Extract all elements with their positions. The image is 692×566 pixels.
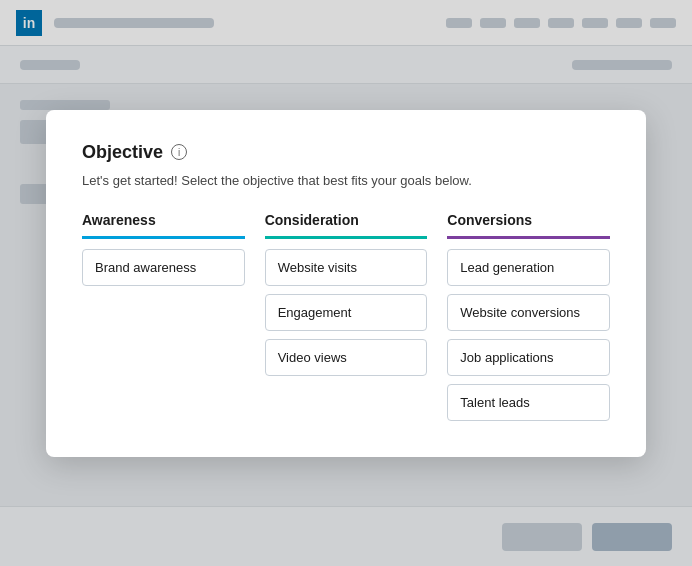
website-visits-button[interactable]: Website visits bbox=[265, 249, 428, 286]
conversions-header: Conversions bbox=[447, 212, 610, 239]
objective-modal: Objective i Let's get started! Select th… bbox=[46, 110, 646, 457]
consideration-column: Consideration Website visits Engagement … bbox=[265, 212, 428, 421]
awareness-header: Awareness bbox=[82, 212, 245, 239]
job-applications-button[interactable]: Job applications bbox=[447, 339, 610, 376]
video-views-button[interactable]: Video views bbox=[265, 339, 428, 376]
modal-overlay: Objective i Let's get started! Select th… bbox=[0, 0, 692, 566]
talent-leads-button[interactable]: Talent leads bbox=[447, 384, 610, 421]
info-icon[interactable]: i bbox=[171, 144, 187, 160]
modal-subtitle: Let's get started! Select the objective … bbox=[82, 173, 610, 188]
modal-title: Objective bbox=[82, 142, 163, 163]
engagement-button[interactable]: Engagement bbox=[265, 294, 428, 331]
website-conversions-button[interactable]: Website conversions bbox=[447, 294, 610, 331]
objective-columns: Awareness Brand awareness Consideration … bbox=[82, 212, 610, 421]
brand-awareness-button[interactable]: Brand awareness bbox=[82, 249, 245, 286]
conversions-column: Conversions Lead generation Website conv… bbox=[447, 212, 610, 421]
consideration-header: Consideration bbox=[265, 212, 428, 239]
lead-generation-button[interactable]: Lead generation bbox=[447, 249, 610, 286]
awareness-column: Awareness Brand awareness bbox=[82, 212, 245, 421]
modal-title-row: Objective i bbox=[82, 142, 610, 163]
